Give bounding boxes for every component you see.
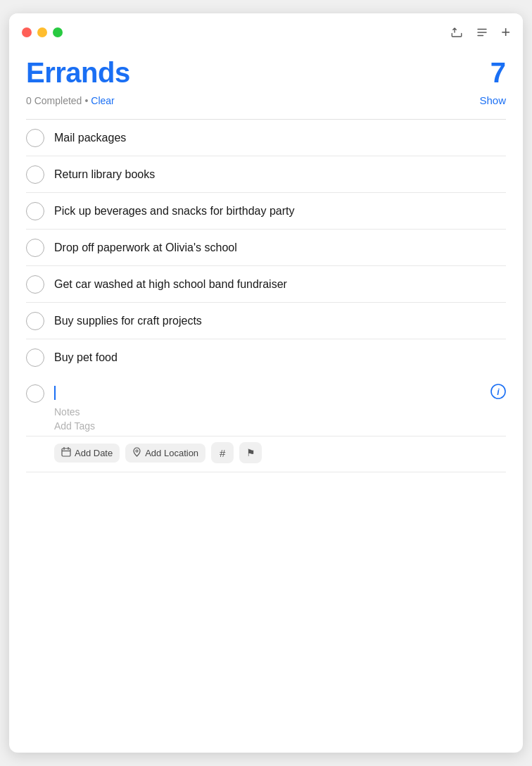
svg-point-9 (136, 450, 138, 452)
add-date-button[interactable]: Add Date (54, 444, 120, 463)
action-buttons-row: Add Date Add Location # ⚑ (26, 437, 506, 472)
task-checkbox-3[interactable] (26, 202, 44, 220)
item-count: 7 (490, 57, 506, 89)
list-title: Errands (26, 57, 130, 89)
completed-row: 0 Completed • Clear Show (26, 94, 506, 109)
text-cursor-container[interactable] (54, 384, 481, 402)
task-text-6: Buy supplies for craft projects (54, 311, 506, 329)
new-task-row: Notes Add Tags i (26, 375, 506, 437)
location-icon (132, 447, 141, 459)
task-checkbox-1[interactable] (26, 129, 44, 147)
task-item: Buy supplies for craft projects (26, 303, 506, 339)
add-flag-button[interactable]: ⚑ (239, 442, 262, 463)
task-text-2: Return library books (54, 165, 506, 182)
title-bar: + (9, 13, 523, 49)
app-window: + Errands 7 0 Completed • Clear Show Mai… (9, 13, 523, 753)
task-checkbox-6[interactable] (26, 312, 44, 330)
task-checkbox-7[interactable] (26, 349, 44, 367)
new-task-checkbox[interactable] (26, 384, 44, 403)
clear-button[interactable]: Clear (91, 95, 114, 106)
task-item: Return library books (26, 156, 506, 193)
task-checkbox-2[interactable] (26, 165, 44, 184)
add-location-label: Add Location (145, 448, 198, 458)
add-date-label: Add Date (75, 448, 113, 458)
task-item: Drop off paperwork at Olivia's school (26, 230, 506, 266)
completed-count: 0 Completed (26, 95, 82, 106)
task-item: Mail packages (26, 120, 506, 156)
task-list: Mail packages Return library books Pick … (26, 120, 506, 375)
completed-info: 0 Completed • Clear (26, 95, 115, 106)
task-text-1: Mail packages (54, 128, 506, 146)
window-controls (22, 27, 63, 37)
info-icon[interactable]: i (490, 384, 506, 403)
svg-text:i: i (497, 387, 500, 397)
calendar-icon (61, 447, 71, 459)
tags-placeholder: Add Tags (54, 420, 481, 432)
completed-dot: • (84, 95, 88, 106)
new-task-input-area: Notes Add Tags (54, 384, 481, 432)
minimize-button[interactable] (37, 27, 47, 37)
task-item: Buy pet food (26, 339, 506, 375)
title-bar-actions: + (450, 23, 510, 42)
task-text-4: Drop off paperwork at Olivia's school (54, 238, 506, 256)
task-item: Get car washed at high school band fundr… (26, 266, 506, 303)
task-text-5: Get car washed at high school band fundr… (54, 275, 506, 292)
svg-rect-5 (62, 448, 70, 456)
task-item: Pick up beverages and snacks for birthda… (26, 193, 506, 230)
task-text-7: Buy pet food (54, 348, 506, 365)
text-cursor (54, 386, 56, 400)
content-area: Errands 7 0 Completed • Clear Show Mail … (9, 49, 523, 753)
add-tag-button[interactable]: # (211, 442, 234, 463)
add-location-button[interactable]: Add Location (125, 444, 205, 463)
list-options-icon[interactable] (476, 26, 488, 39)
task-checkbox-4[interactable] (26, 239, 44, 257)
hash-icon: # (220, 447, 225, 459)
add-task-button[interactable]: + (501, 23, 510, 42)
maximize-button[interactable] (53, 27, 63, 37)
header-row: Errands 7 (26, 57, 506, 89)
close-button[interactable] (22, 27, 32, 37)
task-text-3: Pick up beverages and snacks for birthda… (54, 201, 506, 219)
task-checkbox-5[interactable] (26, 275, 44, 294)
share-icon[interactable] (450, 26, 463, 39)
notes-placeholder: Notes (54, 406, 481, 417)
show-button[interactable]: Show (479, 94, 506, 106)
flag-icon: ⚑ (246, 447, 255, 458)
